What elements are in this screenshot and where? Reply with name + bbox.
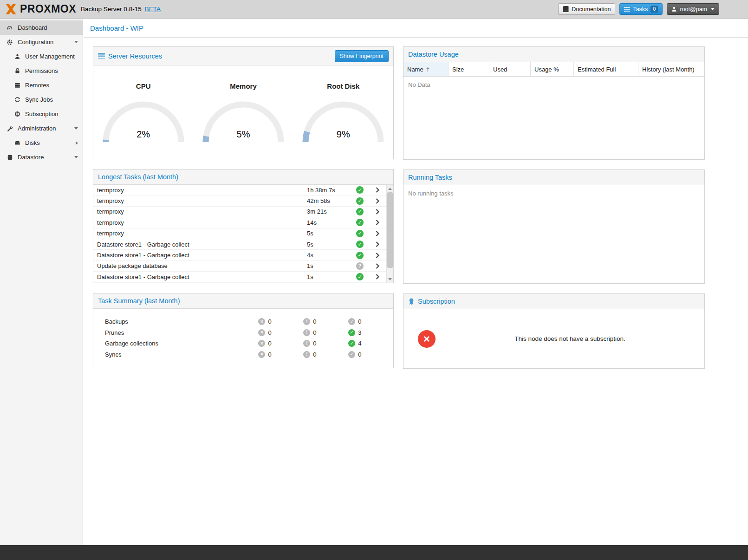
task-summary-panel: Task Summary (last Month) Backups ×0 !0 …	[93, 293, 394, 368]
task-summary-body: Backups ×0 !0 ✓0 Prunes ×0 !0 ✓3 Garbage…	[93, 309, 393, 368]
ok-status-icon: ✓	[348, 329, 355, 336]
sidebar-item-label: Dashboard	[18, 24, 47, 31]
sync-icon	[13, 97, 21, 103]
scroll-down-icon[interactable]	[387, 276, 393, 282]
error-count: 0	[268, 329, 271, 336]
task-row[interactable]: termproxy 1h 38m 7s ✓	[93, 185, 386, 195]
task-row[interactable]: termproxy 3m 21s ✓	[93, 207, 386, 217]
gears-icon	[6, 39, 14, 46]
scrollbar[interactable]	[386, 185, 393, 283]
user-menu-button[interactable]: root@pam	[667, 3, 719, 15]
collapse-icon[interactable]	[74, 127, 78, 130]
documentation-button[interactable]: Documentation	[558, 3, 615, 15]
task-duration: 42m 58s	[307, 197, 351, 204]
sidebar-item-sync-jobs[interactable]: Sync Jobs	[0, 92, 83, 107]
summary-row[interactable]: Syncs ×0 !0 ✓0	[105, 349, 393, 360]
sidebar-item-user-management[interactable]: User Management	[0, 49, 83, 64]
task-duration: 1s	[307, 262, 351, 269]
running-tasks-panel: Running Tasks No running tasks	[403, 169, 705, 284]
column-label: Estimated Full	[578, 66, 616, 73]
task-name: termproxy	[97, 230, 307, 237]
task-duration: 5s	[307, 241, 351, 248]
sidebar-item-label: Disks	[25, 139, 40, 146]
sidebar-item-configuration[interactable]: Configuration	[0, 35, 83, 49]
panel-header: Longest Tasks (last Month)	[93, 169, 393, 185]
gauge-label: Root Disk	[296, 82, 390, 90]
panel-title: Task Summary (last Month)	[98, 297, 180, 305]
show-fingerprint-button[interactable]: Show Fingerprint	[335, 50, 389, 62]
task-status-icon: ?	[356, 262, 364, 270]
column-header-usage-percent[interactable]: Usage %	[531, 62, 574, 76]
task-name: Datastore store1 - Garbage collect	[97, 252, 307, 259]
sidebar-item-label: Datastore	[18, 154, 44, 161]
summary-row[interactable]: Prunes ×0 !0 ✓3	[105, 327, 393, 339]
memory-gauge: Memory 5%	[196, 82, 290, 159]
ok-status-icon: ✓	[348, 318, 355, 325]
sidebar-item-label: User Management	[25, 53, 75, 60]
column-label: Usage %	[534, 66, 559, 73]
summary-row[interactable]: Garbage collections ×0 !0 ✓4	[105, 338, 393, 349]
collapse-icon[interactable]	[74, 156, 78, 158]
cpu-gauge: CPU 2%	[97, 82, 190, 159]
ok-status-icon: ✓	[348, 340, 355, 347]
sidebar-item-subscription[interactable]: Subscription	[0, 107, 83, 121]
task-row[interactable]: Datastore store1 - Garbage collect 5s ✓	[93, 239, 386, 250]
sidebar-item-label: Sync Jobs	[25, 96, 53, 103]
root-disk-gauge: Root Disk 9%	[296, 82, 390, 159]
expand-icon[interactable]	[76, 141, 78, 145]
task-row[interactable]: Datastore store1 - Garbage collect 1s ✓	[93, 272, 386, 282]
task-status-icon: ✓	[356, 219, 364, 226]
sidebar-item-permissions[interactable]: Permissions	[0, 64, 83, 78]
gauge-value: 2%	[102, 129, 185, 140]
task-duration: 4s	[307, 252, 351, 259]
lock-icon	[13, 68, 21, 74]
sidebar-item-administration[interactable]: Administration	[0, 121, 83, 136]
column-header-name[interactable]: Name	[403, 62, 449, 76]
sidebar-item-remotes[interactable]: Remotes	[0, 78, 83, 92]
no-subscription-error-icon: ×	[418, 330, 436, 348]
task-row[interactable]: Update package database 1s ?	[93, 261, 386, 272]
scroll-up-icon[interactable]	[387, 185, 393, 192]
beta-link[interactable]: BETA	[145, 6, 161, 13]
summary-row[interactable]: Backups ×0 !0 ✓0	[105, 316, 393, 327]
tasks-button[interactable]: Tasks 0	[619, 3, 663, 15]
chevron-right-icon	[376, 253, 379, 258]
resources-bars-icon	[98, 53, 105, 59]
datastore-usage-panel: Datastore Usage Name Size Used Usage % E…	[403, 46, 705, 160]
column-header-estimated-full[interactable]: Estimated Full	[574, 62, 638, 76]
tachometer-icon	[6, 25, 14, 31]
bottom-bar	[0, 545, 748, 560]
warning-status-icon: !	[303, 351, 310, 358]
sidebar-item-disks[interactable]: Disks	[0, 136, 83, 150]
collapse-icon[interactable]	[74, 41, 78, 43]
task-row[interactable]: termproxy 42m 58s ✓	[93, 195, 386, 206]
task-name: termproxy	[97, 208, 307, 215]
sidebar-item-datastore[interactable]: Datastore	[0, 150, 83, 164]
task-status-icon: ✓	[356, 241, 364, 248]
task-row[interactable]: termproxy 5s ✓	[93, 228, 386, 239]
proxmox-x-icon	[5, 3, 17, 15]
error-status-icon: ×	[258, 318, 265, 325]
sidebar-item-label: Remotes	[25, 82, 49, 89]
gauges-row: CPU 2% Memory	[93, 65, 393, 159]
scrollbar-thumb[interactable]	[387, 192, 393, 268]
column-header-used[interactable]: Used	[489, 62, 531, 76]
proxmox-logo-text: PROXMOX	[20, 3, 76, 15]
column-header-history[interactable]: History (last Month)	[638, 62, 704, 76]
task-row[interactable]: Datastore store1 - Garbage collect 4s ✓	[93, 250, 386, 260]
chevron-right-icon	[376, 187, 379, 193]
warning-status-icon: !	[303, 318, 310, 325]
column-header-size[interactable]: Size	[449, 62, 489, 76]
subscription-message: This node does not have a subscription.	[436, 335, 704, 342]
sidebar-item-label: Configuration	[18, 39, 53, 46]
task-name: termproxy	[97, 197, 307, 204]
task-row[interactable]: termproxy 14s ✓	[93, 217, 386, 228]
panel-header: Server Resources Show Fingerprint	[93, 47, 393, 65]
database-icon	[6, 154, 14, 161]
sidebar-item-dashboard[interactable]: Dashboard	[0, 20, 83, 35]
tasks-count-badge: 0	[650, 6, 658, 13]
column-label: Size	[452, 66, 464, 73]
task-duration: 14s	[307, 219, 351, 226]
documentation-label: Documentation	[572, 6, 611, 13]
tasks-label: Tasks	[633, 6, 648, 13]
